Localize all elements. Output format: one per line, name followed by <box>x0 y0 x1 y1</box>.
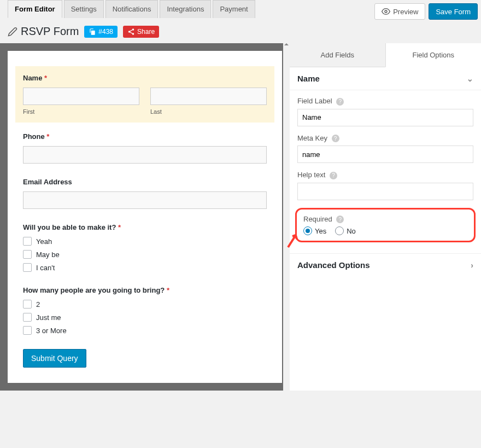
advanced-options-toggle[interactable]: Advanced Options › <box>290 253 481 276</box>
svg-rect-1 <box>92 31 95 34</box>
pencil-icon <box>8 27 17 37</box>
preview-label: Preview <box>393 8 418 16</box>
form-title: RSVP Form <box>8 25 79 38</box>
checkbox-icon <box>23 326 32 335</box>
guests-opt-0[interactable]: 2 <box>23 300 267 309</box>
save-form-button[interactable]: Save Form <box>429 3 478 20</box>
svg-point-4 <box>132 33 134 35</box>
help-text-label: Help text ? <box>297 171 473 179</box>
phone-label: Phone * <box>23 132 267 141</box>
side-tab-field-options[interactable]: Field Options <box>385 43 482 67</box>
tab-form-editor[interactable]: Form Editor <box>8 0 62 18</box>
share-icon <box>127 28 135 36</box>
required-yes[interactable]: Yes <box>303 226 326 235</box>
meta-key-label: Meta Key ? <box>297 134 473 143</box>
chevron-down-icon: ⌄ <box>467 74 473 83</box>
first-name-input[interactable] <box>23 88 139 105</box>
checkbox-icon <box>23 300 32 309</box>
required-label: Required ? <box>303 215 467 224</box>
tab-settings[interactable]: Settings <box>64 0 104 18</box>
copy-icon <box>89 28 96 36</box>
last-name-input[interactable] <box>150 88 267 105</box>
guests-opt-2[interactable]: 3 or More <box>23 326 267 335</box>
highlight-annotation: Required ? Yes No <box>295 208 476 243</box>
main-tabs: Form Editor Settings Notifications Integ… <box>8 0 255 18</box>
form-preview: Name * First Last Phone * Email A <box>0 43 290 391</box>
svg-point-2 <box>132 28 134 31</box>
attend-opt-1[interactable]: May be <box>23 250 267 259</box>
form-id-text: #438 <box>98 28 113 36</box>
preview-button[interactable]: Preview <box>374 3 425 20</box>
attend-label: Will you be able to make it? * <box>23 223 267 231</box>
meta-key-input[interactable] <box>297 146 473 163</box>
guests-opt-1[interactable]: Just me <box>23 313 267 322</box>
field-label-input[interactable] <box>297 109 473 126</box>
help-text-input[interactable] <box>297 183 473 200</box>
form-title-text: RSVP Form <box>21 25 79 38</box>
help-icon[interactable]: ? <box>336 98 344 106</box>
email-input[interactable] <box>23 191 267 209</box>
share-button[interactable]: Share <box>123 26 159 38</box>
help-icon[interactable]: ? <box>330 172 337 179</box>
panel-header-name[interactable]: Name ⌄ <box>290 67 481 90</box>
required-no[interactable]: No <box>335 226 356 235</box>
side-tab-add-fields[interactable]: Add Fields <box>290 43 385 67</box>
svg-point-3 <box>128 31 131 33</box>
field-name[interactable]: Name * First Last <box>15 66 274 123</box>
checkbox-icon <box>23 237 32 246</box>
email-label: Email Address <box>23 178 267 186</box>
share-label: Share <box>137 28 155 36</box>
first-sublabel: First <box>23 108 139 115</box>
tab-notifications[interactable]: Notifications <box>105 0 159 18</box>
attend-opt-0[interactable]: Yeah <box>23 237 267 246</box>
svg-point-0 <box>385 10 387 13</box>
attend-opt-2[interactable]: I can't <box>23 263 267 272</box>
checkbox-icon <box>23 263 32 272</box>
field-guests[interactable]: How many people are you going to bring? … <box>23 286 267 335</box>
phone-input[interactable] <box>23 146 267 164</box>
arrow-annotation-icon <box>286 231 301 249</box>
eye-icon <box>382 7 390 16</box>
name-label: Name * <box>23 74 267 82</box>
submit-button[interactable]: Submit Query <box>23 349 86 368</box>
sidebar: Add Fields Field Options Name ⌄ Field La… <box>290 43 481 391</box>
advanced-options-label: Advanced Options <box>297 260 370 270</box>
preview-scrollbar[interactable] <box>283 43 290 391</box>
last-sublabel: Last <box>150 108 267 115</box>
guests-label: How many people are you going to bring? … <box>23 286 267 294</box>
help-icon[interactable]: ? <box>336 216 344 223</box>
field-phone[interactable]: Phone * <box>23 132 267 164</box>
radio-icon <box>303 226 312 235</box>
checkbox-icon <box>23 250 32 259</box>
help-icon[interactable]: ? <box>332 135 339 142</box>
field-attend[interactable]: Will you be able to make it? * Yeah May … <box>23 223 267 272</box>
tab-payment[interactable]: Payment <box>213 0 255 18</box>
chevron-right-icon: › <box>471 261 473 270</box>
tab-integrations[interactable]: Integrations <box>160 0 211 18</box>
field-email[interactable]: Email Address <box>23 178 267 209</box>
form-id-badge[interactable]: #438 <box>84 26 118 38</box>
field-label-label: Field Label ? <box>297 97 473 106</box>
panel-title: Name <box>297 74 320 83</box>
checkbox-icon <box>23 313 32 322</box>
radio-icon <box>335 226 344 235</box>
